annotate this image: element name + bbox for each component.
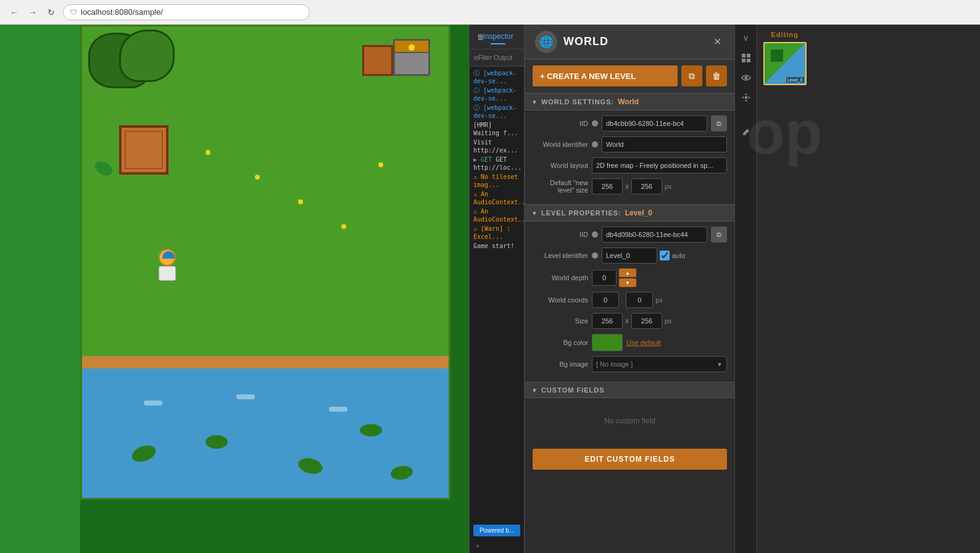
tree2 xyxy=(119,30,175,82)
info-icon: ⓘ xyxy=(473,87,483,94)
devtools-toolbar: 🗑 Inspector xyxy=(470,25,524,49)
coord-y-input[interactable] xyxy=(626,292,653,308)
console-filter: ⊘ Filter Output xyxy=(470,49,524,67)
bg-color-swatch[interactable] xyxy=(592,334,623,351)
world-icon: 🌐 xyxy=(535,31,557,53)
copy-icon: ⧉ xyxy=(689,71,695,81)
world-settings-body: IID ⧉ World identifier World layout 2D f… xyxy=(525,110,734,204)
snake xyxy=(93,159,115,178)
sand-border xyxy=(82,356,449,368)
identifier-dot xyxy=(592,141,598,148)
default-height-input[interactable] xyxy=(631,178,662,194)
edit-custom-fields-button[interactable]: EDIT CUSTOM FIELDS xyxy=(533,449,727,470)
reload-button[interactable]: ↻ xyxy=(44,6,58,19)
level-px-label: px xyxy=(665,317,672,325)
inspector-title: WORLD xyxy=(563,35,608,48)
world-layout-label: World layout xyxy=(533,162,588,169)
coord-dot: . xyxy=(621,296,623,304)
back-button[interactable]: ← xyxy=(7,6,21,19)
sidebar-grid-icon[interactable] xyxy=(737,49,755,67)
console-line: ⓘ [webpack-dev-se... xyxy=(473,86,520,102)
copy-level-iid-button[interactable]: ⧉ xyxy=(711,227,727,243)
sidebar-visuals-icon[interactable]: V xyxy=(737,30,755,47)
browser-bar: ← → ↻ 🛡 localhost:8080/sample/ xyxy=(0,0,980,25)
depth-input[interactable] xyxy=(592,270,617,286)
level-size-label: Size xyxy=(533,317,588,325)
forward-button[interactable]: → xyxy=(26,6,39,19)
delete-world-button[interactable]: 🗑 xyxy=(706,65,727,86)
lilypad2 xyxy=(206,435,228,449)
info-icon: ⓘ xyxy=(473,104,483,111)
filter-label: ⊘ xyxy=(473,54,478,61)
powered-button[interactable]: Powered b... xyxy=(473,525,520,536)
level-x-sep: x xyxy=(625,317,629,325)
level-iid-label: IID xyxy=(533,231,588,238)
custom-fields-header: ▼ CUSTOM FIELDS xyxy=(525,382,734,398)
inspector-header: 🌐 WORLD ✕ xyxy=(525,25,734,59)
chevron-down-icon-2: ▼ xyxy=(531,210,538,217)
copy-iid-button[interactable]: ⧉ xyxy=(711,115,727,131)
svg-rect-3 xyxy=(747,59,750,62)
level-size-row: Size x px xyxy=(533,313,727,329)
bg-image-row: Bg image [ No image ] ▼ xyxy=(533,356,727,372)
sparkle3 xyxy=(329,407,347,412)
level-iid-dot xyxy=(592,231,598,238)
filter-text: Filter Output xyxy=(478,54,512,61)
sidebar-eye-icon[interactable] xyxy=(737,69,755,86)
coord-x-input[interactable] xyxy=(592,292,619,308)
level-thumb-label: Level_0 xyxy=(786,77,804,83)
level-thumbnail[interactable]: Level_0 xyxy=(763,42,807,85)
auto-checkbox[interactable] xyxy=(660,251,670,260)
default-size-label: Default "new level" size xyxy=(533,179,588,194)
console-line-warn: ⚠ No tileset imag... xyxy=(473,173,520,189)
console-line: Game start! xyxy=(473,242,520,250)
close-button[interactable]: ✕ xyxy=(710,35,725,49)
level-width-input[interactable] xyxy=(592,313,623,329)
iid-label: IID xyxy=(533,120,588,127)
console-line-warn: ⚠ [Warn] : Excel... xyxy=(473,225,520,241)
devtools-inspector-tab[interactable]: Inspector xyxy=(491,30,505,44)
world-identifier-input[interactable] xyxy=(602,136,727,152)
trash-icon: 🗑 xyxy=(712,71,721,81)
coord-px-label: px xyxy=(655,296,663,304)
left-grass xyxy=(0,25,80,553)
bg-color-label: Bg color xyxy=(533,339,588,346)
svg-rect-2 xyxy=(742,59,745,62)
world-layout-select[interactable]: 2D free map - Freely positioned in sp... xyxy=(592,157,727,173)
url-text: localhost:8080/sample/ xyxy=(81,7,163,17)
iid-row: IID ⧉ xyxy=(533,115,727,131)
lilypad4 xyxy=(360,424,382,436)
inspector-panel: 🌐 WORLD ✕ + CREATE A NEW LEVEL ⧉ 🗑 ▼ WOR… xyxy=(525,25,734,553)
console-line: ⓘ [webpack-dev-se... xyxy=(473,69,520,85)
chevron-down-icon-3: ▼ xyxy=(531,387,538,394)
world-identifier-row: World identifier xyxy=(533,136,727,152)
depth-up-button[interactable]: ▲ xyxy=(619,268,636,277)
flower3 xyxy=(298,199,303,204)
create-level-row: + CREATE A NEW LEVEL ⧉ 🗑 xyxy=(525,59,734,93)
copy-world-button[interactable]: ⧉ xyxy=(681,65,702,86)
editing-panel: Editing Level_0 op xyxy=(757,25,812,553)
level-identifier-row: Level identifier auto xyxy=(533,247,727,264)
expand-icon[interactable]: » xyxy=(473,541,482,551)
world-depth-row: World depth ▲ ▼ xyxy=(533,268,727,287)
level-identifier-input[interactable] xyxy=(602,247,657,264)
iid-input[interactable] xyxy=(602,115,707,131)
flower4 xyxy=(341,224,346,229)
depth-down-button[interactable]: ▼ xyxy=(619,278,636,287)
default-width-input[interactable] xyxy=(592,178,623,194)
bg-image-value: [ No image ] xyxy=(596,360,633,368)
level-iid-input[interactable] xyxy=(602,227,707,243)
default-size-row: Default "new level" size x px xyxy=(533,178,727,194)
create-level-button[interactable]: + CREATE A NEW LEVEL xyxy=(533,65,678,86)
level-height-input[interactable] xyxy=(631,313,662,329)
no-custom-field-text: No custom field xyxy=(525,398,734,444)
level-identifier-dot xyxy=(592,252,598,259)
game-area xyxy=(0,25,469,553)
use-default-button[interactable]: Use default xyxy=(626,339,661,346)
size-x-separator: x xyxy=(625,182,629,191)
svg-point-4 xyxy=(744,77,747,80)
info-icon: ⓘ xyxy=(473,70,483,77)
bg-image-select[interactable]: [ No image ] ▼ xyxy=(592,356,727,372)
level-properties-body: IID ⧉ Level identifier auto xyxy=(525,222,734,382)
console-line: Visit http://ex... xyxy=(473,138,520,154)
